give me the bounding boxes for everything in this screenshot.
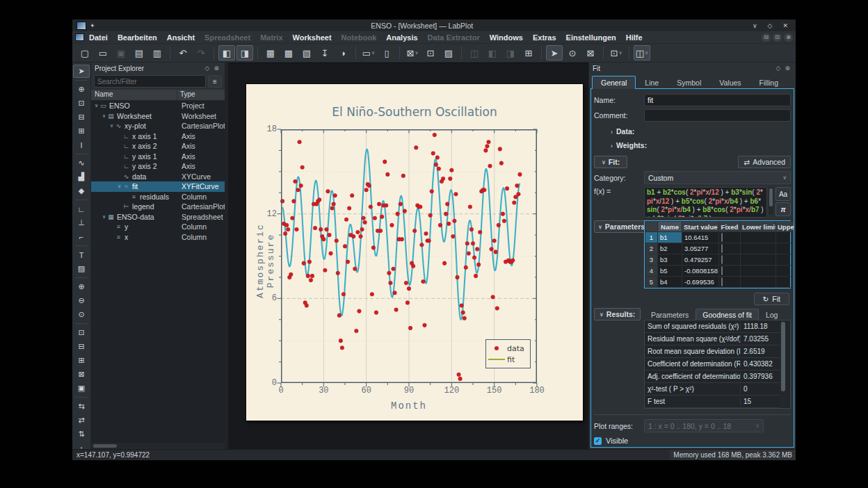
results-table-scrollbar[interactable] <box>780 320 786 408</box>
param-start-value-cell[interactable]: 10.6415 <box>682 232 719 243</box>
tab-filling[interactable]: Filling <box>750 76 787 89</box>
data-point[interactable] <box>401 174 405 178</box>
data-point[interactable] <box>501 212 505 216</box>
data-point[interactable] <box>487 140 491 144</box>
tree-item-y-axis-1[interactable]: ∟y axis 1Axis <box>91 152 225 162</box>
auto-fit-button[interactable]: ⊡ <box>73 326 90 339</box>
data-point[interactable] <box>505 186 509 190</box>
data-point[interactable] <box>430 189 434 193</box>
param-upper-limit-cell[interactable] <box>776 254 795 266</box>
data-point[interactable] <box>431 152 435 156</box>
param-fixed-cell[interactable] <box>719 266 741 277</box>
data-point[interactable] <box>294 179 298 184</box>
zoom-y-button[interactable]: ⊞ <box>73 124 90 138</box>
data-point[interactable] <box>357 309 362 314</box>
add-boxplot-button[interactable]: ◆ <box>73 184 90 197</box>
data-point[interactable] <box>494 250 498 254</box>
fit-section-toggle[interactable]: ∨Fit: <box>594 156 627 168</box>
fixed-checkbox[interactable] <box>721 266 723 275</box>
data-point[interactable] <box>289 273 294 277</box>
data-point[interactable] <box>419 205 423 209</box>
goodness-row[interactable]: F test15 <box>645 396 780 408</box>
data-point[interactable] <box>448 177 452 181</box>
data-point[interactable] <box>363 220 367 225</box>
data-point[interactable] <box>389 281 393 285</box>
close-button[interactable]: ✕ <box>779 22 791 29</box>
data-point[interactable] <box>421 279 426 284</box>
data-point[interactable] <box>292 200 296 204</box>
add-axis-ticks-button[interactable]: ⊥ <box>73 216 90 229</box>
data-point[interactable] <box>305 304 309 308</box>
data-point[interactable] <box>393 291 397 295</box>
zoom-original-button[interactable]: ⊙ <box>73 308 90 321</box>
data-point[interactable] <box>329 252 333 256</box>
data-point[interactable] <box>478 230 482 234</box>
table-row[interactable]: 1b110.6415 <box>645 232 795 243</box>
data-point[interactable] <box>336 271 340 275</box>
goodness-row[interactable]: Residual mean square (χ²/dof)7.03255 <box>645 333 780 345</box>
dock-close-icon[interactable]: ⊗ <box>782 65 792 72</box>
data-point[interactable] <box>306 274 310 278</box>
param-col-header[interactable] <box>645 222 658 232</box>
data-point[interactable] <box>469 227 474 231</box>
data-point[interactable] <box>341 292 346 296</box>
data-point[interactable] <box>434 163 438 167</box>
auto-fit-y-button[interactable]: ⊞ <box>73 354 90 367</box>
goodness-row[interactable]: χ²-test ( P > χ²)0 <box>645 383 780 396</box>
category-combobox[interactable]: Custom∨ <box>644 171 791 184</box>
data-point[interactable] <box>319 227 323 231</box>
search-input[interactable] <box>94 75 206 88</box>
data-point[interactable] <box>420 243 424 247</box>
zoom-in-button[interactable]: ⊕ <box>73 280 90 293</box>
x-axis-label[interactable]: Month <box>339 400 479 412</box>
data-point[interactable] <box>491 295 495 300</box>
data-point[interactable] <box>463 316 467 320</box>
titlebar[interactable]: ✦ ENSO - [Worksheet] — LabPlot ∨ ◇ ✕ <box>72 19 796 31</box>
tree-item-residuals[interactable]: ≡residualsColumn <box>91 192 225 202</box>
data-point[interactable] <box>350 194 354 198</box>
add-xy-curve-button[interactable]: ∿ <box>73 156 90 170</box>
param-name-cell[interactable]: b5 <box>658 266 682 277</box>
param-col-header-start-value[interactable]: Start value <box>682 222 719 232</box>
data-point[interactable] <box>328 233 332 237</box>
data-point[interactable] <box>474 274 478 278</box>
table-row[interactable]: 4b5-0.0808158 <box>645 266 795 277</box>
data-point[interactable] <box>451 234 456 238</box>
data-point[interactable] <box>442 261 447 266</box>
data-point[interactable] <box>407 286 411 291</box>
data-point[interactable] <box>286 227 290 231</box>
param-name-cell[interactable]: b4 <box>658 277 682 288</box>
data-point[interactable] <box>454 192 458 196</box>
data-point[interactable] <box>427 238 431 243</box>
data-point[interactable] <box>353 267 357 271</box>
data-point[interactable] <box>441 177 445 181</box>
param-start-value-cell[interactable]: -0.699536 <box>682 277 719 288</box>
color-maps-button[interactable]: ◑ <box>335 45 351 60</box>
data-point[interactable] <box>284 223 289 227</box>
data-point[interactable] <box>346 260 350 264</box>
param-lower-limit-cell[interactable] <box>741 232 776 243</box>
fixed-checkbox[interactable] <box>721 244 723 253</box>
data-point[interactable] <box>435 156 440 160</box>
data-point[interactable] <box>461 311 465 315</box>
menu-einstellungen[interactable]: Einstellungen <box>561 33 621 42</box>
data-point[interactable] <box>325 227 329 231</box>
zoom-select-mode-button[interactable]: ⊠ <box>582 45 599 60</box>
tree-item-y-axis-2[interactable]: ∟y axis 2Axis <box>91 161 225 172</box>
param-col-header-name[interactable]: Name <box>658 222 682 232</box>
param-start-value-cell[interactable]: 0.479257 <box>682 254 719 266</box>
mdi-close-button[interactable]: ⊗ <box>784 33 793 42</box>
crosshair-button[interactable]: ⊕ <box>73 83 90 96</box>
data-point[interactable] <box>362 216 366 220</box>
data-point[interactable] <box>394 308 399 312</box>
data-point[interactable] <box>330 206 335 211</box>
data-point[interactable] <box>355 329 359 333</box>
data-point[interactable] <box>392 267 396 271</box>
data-point[interactable] <box>458 377 463 381</box>
param-start-value-cell[interactable]: -0.0808158 <box>682 266 719 277</box>
data-point[interactable] <box>499 161 504 165</box>
tab-general[interactable]: General <box>592 76 636 89</box>
data-point[interactable] <box>323 268 328 273</box>
window-layout-button[interactable]: ⊞ <box>520 45 537 60</box>
insert-function-button[interactable]: Aa <box>775 187 791 201</box>
